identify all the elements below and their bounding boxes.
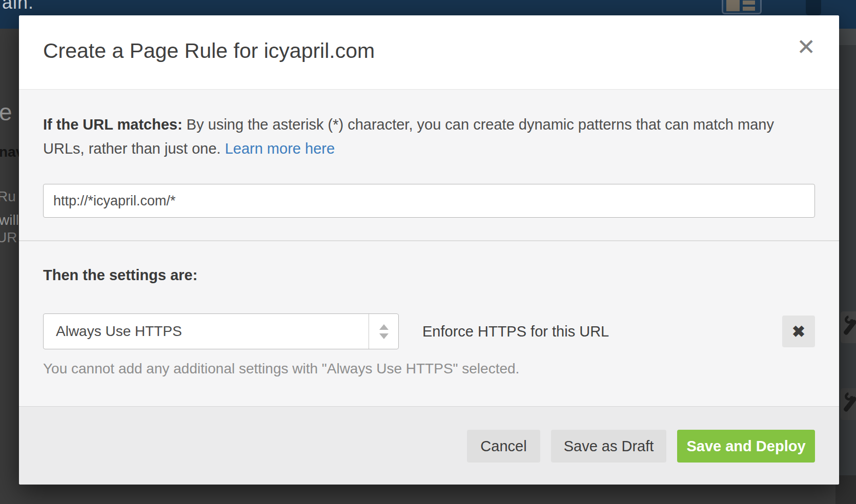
background-domain-text: ain.: [2, 0, 34, 13]
url-match-description: If the URL matches: By using the asteris…: [43, 113, 815, 161]
background-apps-icon: [722, 0, 762, 14]
dialog-header: Create a Page Rule for icyapril.com ✕: [19, 15, 839, 90]
screen: ain. e nav Ru will UR Create a Page Rule…: [0, 0, 856, 504]
setting-select-value: Always Use HTTPS: [44, 314, 369, 349]
background-text-fragment: UR: [0, 229, 17, 246]
background-wrench-icon: [841, 311, 856, 343]
save-and-deploy-button[interactable]: Save and Deploy: [677, 430, 815, 463]
background-text-fragment: will: [0, 212, 19, 228]
setting-description: Enforce HTTPS for this URL: [422, 323, 609, 340]
setting-row: Always Use HTTPS Enforce HTTPS for this …: [43, 313, 815, 349]
select-spinner-icons: [369, 314, 398, 349]
settings-heading: Then the settings are:: [43, 265, 815, 285]
dialog-body: If the URL matches: By using the asteris…: [19, 90, 839, 406]
save-as-draft-button[interactable]: Save as Draft: [551, 430, 666, 463]
chevron-up-icon: [379, 324, 389, 330]
url-pattern-input[interactable]: [43, 184, 815, 218]
cancel-button[interactable]: Cancel: [467, 430, 540, 463]
remove-setting-button[interactable]: ✖: [782, 316, 815, 347]
create-page-rule-dialog: Create a Page Rule for icyapril.com ✕ If…: [19, 15, 839, 485]
remove-icon: ✖: [792, 322, 805, 341]
section-divider: [19, 240, 839, 241]
dialog-footer: Cancel Save as Draft Save and Deploy: [19, 406, 839, 485]
learn-more-link[interactable]: Learn more here: [225, 140, 335, 157]
background-bell-icon: [806, 0, 821, 15]
url-match-label: If the URL matches:: [43, 116, 182, 133]
dialog-title: Create a Page Rule for icyapril.com: [43, 39, 375, 63]
chevron-down-icon: [379, 333, 389, 339]
close-icon[interactable]: ✕: [797, 36, 816, 58]
setting-helper-text: You cannot add any additional settings w…: [43, 360, 815, 377]
background-wrench-icon: [841, 388, 856, 420]
setting-select[interactable]: Always Use HTTPS: [43, 313, 399, 349]
background-text-fragment: Ru: [0, 188, 16, 205]
background-text-fragment: e: [0, 98, 12, 126]
